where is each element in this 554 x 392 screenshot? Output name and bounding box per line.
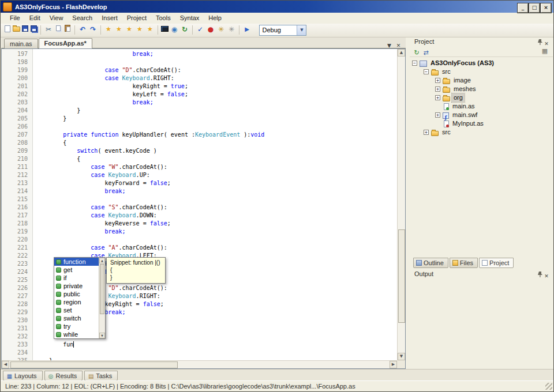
expander-minus-icon[interactable]: − xyxy=(424,69,429,74)
gutter-line-number[interactable]: 223 xyxy=(2,260,32,268)
gutter-line-number[interactable]: 228 xyxy=(2,300,32,308)
code-line[interactable] xyxy=(35,236,397,244)
vertical-scroll-thumb[interactable] xyxy=(398,229,405,323)
pin-icon[interactable] xyxy=(537,40,543,47)
refresh-icon[interactable]: ↻ xyxy=(180,25,189,34)
completion-item-private[interactable]: private xyxy=(54,282,99,290)
code-line[interactable] xyxy=(35,349,397,357)
gutter-line-number[interactable]: 212 xyxy=(2,171,32,179)
gutter-line-number[interactable]: 227 xyxy=(2,292,32,300)
code-line[interactable]: break; xyxy=(35,50,397,58)
paste-icon[interactable] xyxy=(65,25,70,32)
scroll-right-icon[interactable]: ▶ xyxy=(390,361,397,368)
gutter-line-number[interactable]: 214 xyxy=(2,187,32,195)
build-project-icon[interactable] xyxy=(161,26,169,32)
completion-item-region[interactable]: region xyxy=(54,298,99,306)
code-line[interactable]: case "W".charCodeAt(): xyxy=(35,163,397,171)
gutter-line-number[interactable]: 218 xyxy=(2,220,32,228)
gutter-line-number[interactable]: 233 xyxy=(2,341,32,349)
menu-tools[interactable]: Tools xyxy=(151,13,175,24)
code-line[interactable]: keyForward = false; xyxy=(35,179,397,187)
menu-project[interactable]: Project xyxy=(122,13,151,24)
gutter-line-number[interactable]: 226 xyxy=(2,284,32,292)
scroll-down-icon[interactable]: ▼ xyxy=(99,333,105,338)
tab-focusapp-as[interactable]: FocusApp.as* xyxy=(39,38,92,49)
gutter-line-number[interactable]: 201 xyxy=(2,82,32,91)
scroll-left-icon[interactable]: ◀ xyxy=(2,361,9,368)
completion-item-public[interactable]: public xyxy=(54,290,99,298)
run-project-icon[interactable]: ▶ xyxy=(242,25,252,34)
gutter-line-number[interactable]: 234 xyxy=(2,349,32,357)
code-line[interactable]: break; xyxy=(35,99,397,107)
code-line[interactable]: } xyxy=(35,115,397,123)
flash-tools-icon[interactable]: ✳ xyxy=(216,25,226,34)
gutter-line-number[interactable]: 199 xyxy=(2,66,32,74)
project-settings-icon[interactable]: ▦ xyxy=(540,47,549,56)
tree-item-meshes[interactable]: +meshes xyxy=(410,85,553,93)
menu-help[interactable]: Help xyxy=(204,13,226,24)
expander-plus-icon[interactable]: + xyxy=(435,86,440,92)
code-line[interactable] xyxy=(35,123,397,131)
scroll-up-icon[interactable]: ▲ xyxy=(398,49,405,56)
gutter-line-number[interactable]: 197 xyxy=(2,50,32,58)
menu-view[interactable]: View xyxy=(45,13,68,24)
dock-tab-results[interactable]: ◎Results xyxy=(44,371,83,381)
editor-horizontal-scrollbar[interactable]: ◀ ▶ xyxy=(2,360,397,368)
check-syntax-icon[interactable]: ✓ xyxy=(196,25,205,34)
gutter-line-number[interactable]: 203 xyxy=(2,99,32,107)
configuration-dropdown[interactable]: Debug ▼ xyxy=(259,25,306,36)
gutter-line-number[interactable]: 224 xyxy=(2,268,32,276)
code-line[interactable]: switch( event.keyCode ) xyxy=(35,147,397,155)
code-line[interactable]: private function keyUpHandler( event :Ke… xyxy=(35,131,397,139)
dock-tab-layouts[interactable]: ▦Layouts xyxy=(3,371,43,381)
chevron-down-icon[interactable]: ▼ xyxy=(297,25,306,35)
expander-plus-icon[interactable]: + xyxy=(435,112,440,118)
tree-item-main-as[interactable]: main.as xyxy=(410,102,553,111)
gutter-line-number[interactable]: 230 xyxy=(2,316,32,325)
toggle-bookmark-icon[interactable]: ★ xyxy=(104,25,113,34)
new-file-icon[interactable] xyxy=(5,25,10,32)
code-line[interactable]: case "S".charCodeAt(): xyxy=(35,203,397,212)
code-line[interactable]: } xyxy=(35,107,397,115)
code-line[interactable]: fun xyxy=(35,341,397,349)
code-line[interactable]: keyRight = true; xyxy=(35,82,397,91)
gutter-line-number[interactable]: 222 xyxy=(2,252,32,260)
code-line[interactable] xyxy=(35,58,397,66)
expander-plus-icon[interactable]: + xyxy=(424,130,429,135)
scroll-up-icon[interactable]: ▲ xyxy=(99,258,105,263)
next-bookmark-icon[interactable]: ★ xyxy=(125,25,134,34)
tree-item-org[interactable]: +org xyxy=(410,93,553,102)
gutter-line-number[interactable]: 200 xyxy=(2,74,32,82)
gutter-line-number[interactable]: 219 xyxy=(2,228,32,236)
code-line[interactable]: break; xyxy=(35,228,397,236)
gutter-line-number[interactable]: 213 xyxy=(2,179,32,187)
gutter-line-number[interactable]: 207 xyxy=(2,131,32,139)
undo-icon[interactable]: ↶ xyxy=(78,25,87,34)
editor-gutter[interactable]: 1971981992002012022032042052062072082092… xyxy=(2,49,33,360)
tree-item-image[interactable]: +image xyxy=(410,76,553,85)
gutter-line-number[interactable]: 205 xyxy=(2,115,32,123)
menu-file[interactable]: File xyxy=(5,13,25,24)
code-line[interactable]: case Keyboard.UP: xyxy=(35,171,397,179)
gutter-line-number[interactable]: 202 xyxy=(2,91,32,99)
completion-item-if[interactable]: if xyxy=(54,274,99,282)
editor-vertical-scrollbar[interactable]: ▲ ▼ xyxy=(397,49,405,360)
minimize-button[interactable]: _ xyxy=(518,3,528,13)
tree-item-main-swf[interactable]: +main.swf xyxy=(410,111,553,119)
gutter-line-number[interactable]: 216 xyxy=(2,203,32,212)
gutter-line-number[interactable]: 211 xyxy=(2,163,32,171)
completion-item-get[interactable]: get xyxy=(54,266,99,274)
bookmarks-window-icon[interactable]: ★ xyxy=(145,25,155,34)
completion-item-try[interactable]: try xyxy=(54,322,99,330)
code-line[interactable]: case Keyboard.RIGHT: xyxy=(35,74,397,82)
completion-scroll-thumb[interactable] xyxy=(100,264,104,314)
gutter-line-number[interactable]: 231 xyxy=(2,325,32,333)
copy-icon[interactable] xyxy=(56,25,61,31)
redo-icon[interactable]: ↷ xyxy=(88,25,98,34)
gutter-line-number[interactable]: 208 xyxy=(2,139,32,147)
sync-project-icon[interactable]: ⇄ xyxy=(421,48,431,58)
completion-item-set[interactable]: set xyxy=(54,306,99,314)
scroll-down-icon[interactable]: ▼ xyxy=(398,353,405,360)
gutter-line-number[interactable]: 210 xyxy=(2,155,32,163)
completion-item-while[interactable]: while xyxy=(54,330,99,338)
